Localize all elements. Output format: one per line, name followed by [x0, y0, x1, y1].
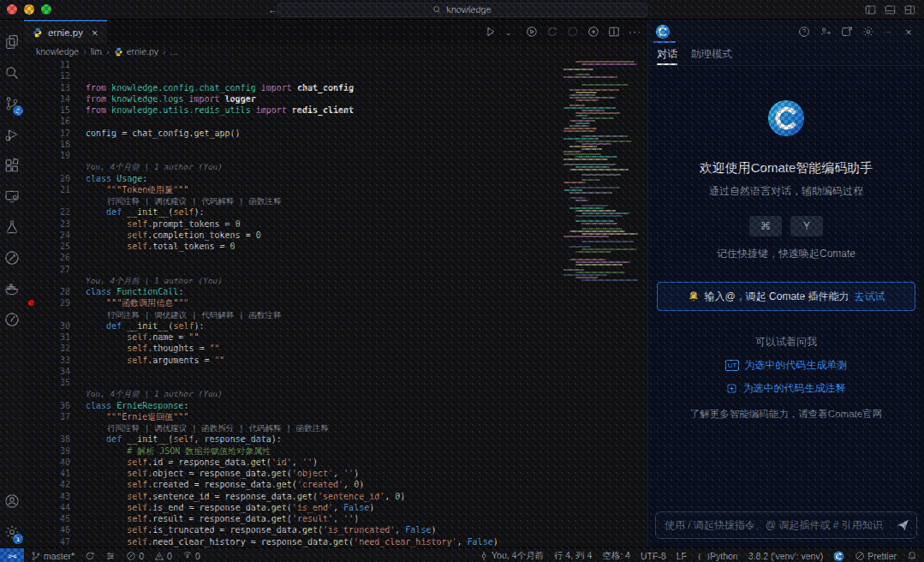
testing-icon	[4, 219, 20, 235]
source-control-badge: 2	[13, 105, 23, 116]
editor-group: ernie.py × ⌄··· knowledge›llm›ernie.py›.…	[24, 20, 647, 547]
more-actions-icon[interactable]: ···	[629, 26, 641, 38]
code-line: 44 self.is_end = response_data.get('is_e…	[24, 502, 647, 513]
workspace-title: knowledge	[446, 4, 492, 15]
toggle-sidebar-icon[interactable]	[865, 4, 876, 15]
code-line: 22 def __init__(self):	[24, 206, 647, 218]
code-line: 29 """函数调用信息"""	[24, 297, 647, 308]
status-ports[interactable]: 0	[182, 551, 200, 561]
status-language-mode[interactable]: { }Python	[697, 551, 738, 561]
code-line: 42 self.created = response_data.get('cre…	[24, 479, 647, 490]
command-center-search[interactable]: knowledge	[277, 3, 647, 17]
code-line: 13from knowledge.config.chat_config impo…	[24, 82, 647, 93]
code-line: 41 self.object = response_data.get('obje…	[24, 468, 647, 479]
prettier-icon	[855, 551, 865, 561]
status-warnings[interactable]: 0	[154, 551, 172, 561]
activity-run-debug[interactable]	[0, 119, 24, 150]
status-blame[interactable]: You, 4个月前	[479, 550, 544, 562]
status-errors[interactable]: 0	[126, 551, 144, 561]
status-comate-status[interactable]	[833, 551, 844, 562]
status-git-branch[interactable]: master*	[31, 551, 75, 561]
keycap: ⌘	[749, 216, 782, 236]
close-window-button[interactable]	[7, 4, 17, 15]
status-prettier[interactable]: Prettier	[855, 551, 897, 561]
send-icon[interactable]	[896, 518, 909, 532]
activity-comate-plugin[interactable]	[0, 242, 24, 273]
status-bar: >< master*000 You, 4个月前行 4, 列 4空格: 4UTF-…	[0, 547, 924, 562]
search-icon	[432, 5, 442, 15]
help-icon[interactable]	[798, 26, 810, 38]
toggle-panel-icon[interactable]	[885, 4, 896, 15]
close-icon[interactable]: ×	[905, 26, 917, 38]
activity-search[interactable]	[0, 57, 24, 88]
banner-try-link[interactable]: 去试试	[854, 290, 885, 304]
chat-input-box[interactable]	[655, 511, 917, 539]
settings-icon[interactable]	[862, 26, 874, 38]
activity-docker[interactable]	[0, 273, 24, 304]
minimize-window-button[interactable]	[24, 4, 34, 15]
breadcrumb-separator: ›	[83, 46, 86, 57]
activity-testing[interactable]	[0, 212, 24, 242]
remote-indicator[interactable]: ><	[0, 548, 24, 562]
activity-source-control[interactable]: 2	[0, 88, 24, 119]
status-eol[interactable]: LF	[677, 551, 687, 561]
status-indentation[interactable]: 空格: 4	[602, 550, 630, 562]
status-sync[interactable]	[85, 551, 95, 561]
run-dropdown-icon[interactable]: ⌄	[505, 26, 517, 38]
activity-accounts[interactable]	[0, 486, 24, 517]
restart-disabled-icon[interactable]	[546, 26, 558, 38]
code-line: 25 self.total_tokens = 0	[24, 241, 647, 252]
code-line: 28class FunctionCall:	[24, 286, 647, 297]
code-line: 35	[24, 377, 647, 388]
code-line: 38 def __init__(self, response_data):	[24, 433, 647, 445]
activity-extensions[interactable]	[0, 150, 24, 181]
activity-time-tracker[interactable]	[0, 304, 24, 335]
comate-logo-icon[interactable]	[655, 24, 671, 39]
comate-tab-chat[interactable]: 对话	[657, 43, 677, 65]
run-or-debug-icon[interactable]	[526, 26, 538, 38]
code-editor[interactable]: 111213from knowledge.config.chat_config …	[24, 59, 647, 547]
status-python-interpreter[interactable]: 3.8.2 ('venv': venv)	[748, 551, 823, 561]
status-tasks[interactable]	[105, 551, 116, 561]
run-python-file-icon[interactable]	[485, 26, 497, 38]
minimap[interactable]	[563, 61, 642, 282]
tab-ernie-py[interactable]: ernie.py ×	[24, 20, 107, 44]
code-line: 47 self.need_clear_history = response_da…	[24, 536, 647, 547]
codelens-actions[interactable]: 行间注释 | 调优建议 | 代码解释 | 函数注释	[24, 195, 647, 206]
chat-input[interactable]	[663, 518, 896, 532]
debug-file-icon[interactable]	[587, 26, 599, 38]
close-tab-icon[interactable]: ×	[92, 27, 98, 39]
activity-settings[interactable]: 1	[0, 517, 24, 547]
breadcrumb-item[interactable]: ernie.py	[114, 46, 158, 57]
comate-icon	[833, 551, 844, 562]
suggestion-generate-comment[interactable]: 为选中的代码生成注释	[726, 381, 845, 396]
breakpoint-dot[interactable]	[28, 300, 34, 306]
open-in-window-icon[interactable]	[841, 26, 853, 38]
share-icon[interactable]	[820, 26, 832, 38]
tune-icon	[105, 551, 116, 561]
activity-explorer[interactable]	[0, 27, 24, 57]
status-encoding[interactable]: UTF-8	[641, 551, 666, 561]
status-cursor-position[interactable]: 行 4, 列 4	[554, 550, 592, 562]
tab-label: ernie.py	[48, 27, 83, 38]
codelens-actions[interactable]: 行间注释 | 调优建议 | 函数拆分 | 代码解释 | 函数注释	[24, 422, 647, 433]
tab-bar: ernie.py × ⌄···	[24, 20, 647, 44]
breadcrumb-item[interactable]: knowledge	[36, 46, 79, 57]
zoom-window-button[interactable]	[41, 4, 51, 15]
collapse-icon[interactable]: ─	[884, 26, 896, 38]
breadcrumb-item[interactable]: ...	[170, 46, 177, 57]
status-notifications[interactable]	[907, 551, 917, 561]
docker-icon	[4, 281, 20, 296]
time-tracker-icon	[4, 312, 20, 327]
suggestion-generate-unit-test[interactable]: UT为选中的代码生成单测	[725, 358, 848, 373]
activity-remote-explorer[interactable]	[0, 181, 24, 212]
stop-disabled-icon[interactable]	[567, 26, 579, 38]
comate-tab-assistant[interactable]: 助理模式	[691, 43, 732, 65]
accounts-icon	[4, 493, 20, 509]
codelens-actions[interactable]: 行间注释 | 调优建议 | 代码解释 | 函数注释	[24, 309, 647, 320]
customize-layout-icon[interactable]	[904, 4, 915, 15]
code-line: 26	[24, 252, 647, 263]
breadcrumb-item[interactable]: llm	[91, 46, 102, 57]
split-editor-icon[interactable]	[608, 26, 620, 38]
run-debug-icon	[4, 127, 20, 142]
